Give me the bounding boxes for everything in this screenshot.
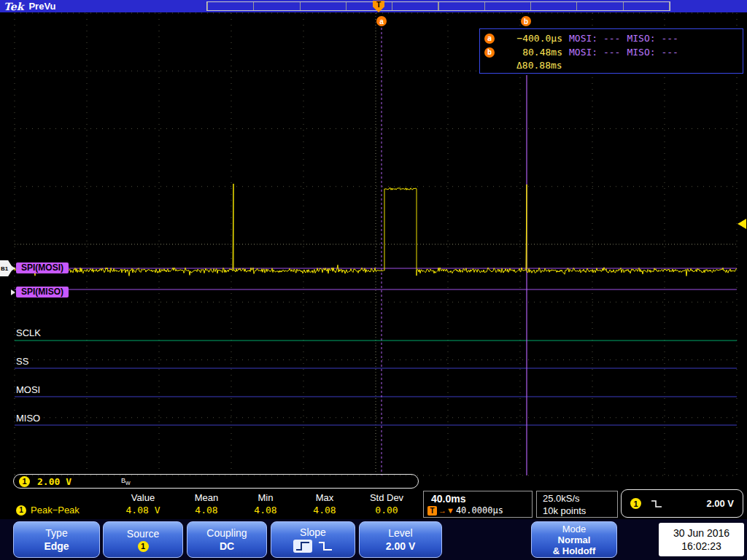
tek-logo: Tek	[4, 1, 23, 12]
cursor-b-badge: b	[484, 47, 495, 58]
menu-button-level[interactable]: Level 2.00 V	[359, 521, 442, 558]
cursor-a-mosi-value: MOSI: ---	[569, 33, 620, 44]
datetime-box: 30 Jun 2016 16:02:23	[659, 523, 744, 556]
oscilloscope-screen: Tek PreVu T a b a −400.0µs MOSI: --- MIS…	[0, 0, 747, 560]
trigger-slope-icon	[650, 499, 663, 509]
channel1-scale-value: 2.00 V	[37, 476, 71, 487]
cursor-a-badge: a	[484, 34, 495, 44]
meas-header-value: Value	[109, 492, 177, 503]
cursor-readout-panel: a −400.0µs MOSI: --- MISO: --- b 80.48ms…	[479, 28, 743, 74]
cursor-b-mosi-value: MOSI: ---	[569, 47, 620, 58]
meas-header-spacer	[13, 492, 109, 503]
bandwidth-limit-icon: BW	[121, 477, 131, 486]
meas-header-stddev: Std Dev	[355, 492, 419, 503]
meas-header-max: Max	[295, 492, 355, 503]
trigger-source-badge: 1	[630, 498, 641, 509]
time-value: 16:02:23	[681, 540, 721, 553]
menu-button-slope[interactable]: Slope	[271, 521, 355, 558]
meas-min: 4.08	[236, 505, 295, 516]
meas-mean: 4.08	[177, 505, 236, 516]
acquisition-info-box: 25.0kS/s 10k points	[536, 491, 618, 518]
trigger-info-box: 1 2.00 V	[621, 489, 743, 518]
bus-label-spi-miso[interactable]: SPI(MISO)	[16, 287, 69, 298]
record-length-value: 10k points	[543, 505, 611, 517]
meas-value: 4.08 V	[109, 505, 177, 516]
cursor-a-handle[interactable]: a	[376, 16, 387, 26]
cursor-a-miso-value: MISO: ---	[627, 33, 678, 44]
measurement-table: Value Mean Min Max Std Dev 1 Peak−Peak 4…	[13, 492, 419, 516]
bus-label-spi-mosi[interactable]: SPI(MOSI)	[16, 262, 69, 273]
menu-button-source[interactable]: Source 1	[103, 521, 183, 558]
cursor-b-handle[interactable]: b	[521, 16, 531, 26]
date-value: 30 Jun 2016	[673, 526, 729, 540]
trigger-level-value: 2.00 V	[706, 498, 734, 509]
meas-header-mean: Mean	[177, 492, 236, 503]
trigger-delay-value: 40.0000µs	[456, 505, 503, 516]
horizontal-scale-box: 40.0ms T →▼ 40.0000µs	[423, 491, 533, 518]
meas-name-label: Peak−Peak	[31, 505, 80, 516]
source-channel-badge: 1	[138, 541, 149, 552]
cursor-delta-value: Δ80.88ms	[484, 59, 738, 71]
menu-button-type[interactable]: Type Edge	[13, 521, 100, 558]
falling-edge-icon[interactable]	[317, 540, 333, 552]
horizontal-position-bar[interactable]	[206, 1, 670, 11]
cursor-b-row: b 80.48ms MOSI: --- MISO: ---	[484, 45, 738, 59]
cursor-a-time: −400.0µs	[501, 33, 562, 44]
cursor-b-miso-value: MISO: ---	[627, 47, 678, 58]
trigger-t-icon: T	[427, 506, 437, 516]
meas-channel-badge: 1	[16, 505, 26, 516]
digital-label-mosi: MOSI	[16, 384, 40, 395]
horizontal-scale-value: 40.0ms	[427, 493, 528, 505]
trigger-delay-row: T →▼ 40.0000µs	[427, 505, 528, 516]
digital-label-sclk: SCLK	[16, 327, 41, 338]
delay-arrows-icon: →▼	[438, 506, 454, 515]
meas-header-min: Min	[236, 492, 295, 503]
trigger-level-arrow-icon[interactable]	[738, 219, 746, 229]
cursor-a-row: a −400.0µs MOSI: --- MISO: ---	[484, 31, 738, 45]
channel1-badge: 1	[19, 476, 30, 487]
rising-edge-icon[interactable]	[293, 540, 312, 553]
cursor-b-time: 80.48ms	[501, 47, 562, 58]
channel1-scale-strip: 1 2.00 V BW	[13, 474, 419, 489]
digital-label-miso: MISO	[16, 413, 40, 424]
meas-row-name: 1 Peak−Peak	[13, 505, 109, 516]
menu-button-mode[interactable]: Mode Normal & Holdoff	[531, 521, 617, 558]
meas-max: 4.08	[295, 505, 355, 516]
acquisition-mode-label: PreVu	[28, 1, 55, 12]
menu-button-coupling[interactable]: Coupling DC	[187, 521, 267, 558]
sample-rate-value: 25.0kS/s	[543, 492, 611, 505]
digital-label-ss: SS	[16, 356, 28, 367]
meas-stddev: 0.00	[355, 505, 419, 516]
slope-options	[293, 540, 333, 553]
